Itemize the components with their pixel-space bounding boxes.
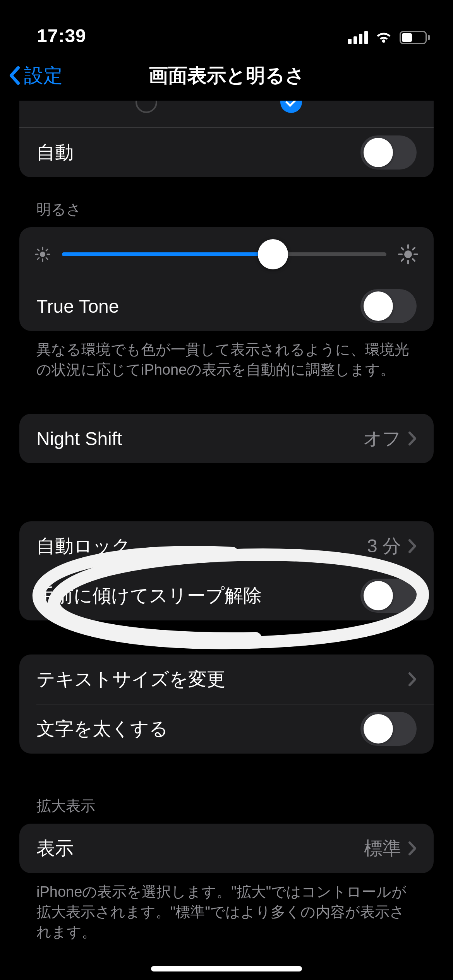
appearance-group: 自動	[19, 101, 434, 177]
bold-text-toggle[interactable]	[360, 712, 417, 746]
zoom-header: 拡大表示	[36, 796, 453, 816]
radio-light-icon	[136, 101, 157, 113]
svg-line-6	[46, 258, 48, 259]
brightness-header: 明るさ	[36, 200, 453, 219]
sun-small-icon	[35, 247, 50, 262]
truetone-toggle[interactable]	[360, 289, 417, 323]
battery-icon	[400, 31, 430, 44]
zoom-view-label: 表示	[36, 836, 364, 861]
truetone-footer: 異なる環境でも色が一貫して表示されるように、環境光の状況に応じてiPhoneの表…	[36, 339, 417, 380]
lock-group: 自動ロック 3 分 手前に傾けてスリープ解除	[19, 521, 434, 620]
svg-line-15	[413, 259, 415, 261]
cellular-icon	[348, 31, 368, 44]
chevron-left-icon	[8, 65, 22, 86]
appearance-auto-toggle[interactable]	[360, 135, 417, 170]
raise-to-wake-label: 手前に傾けてスリープ解除	[36, 583, 360, 608]
svg-line-5	[38, 249, 39, 251]
raise-to-wake-row: 手前に傾けてスリープ解除	[19, 571, 434, 620]
zoom-view-value: 標準	[364, 836, 401, 861]
svg-line-14	[402, 248, 403, 250]
wifi-icon	[375, 31, 393, 44]
status-time: 17:39	[37, 25, 86, 46]
home-indicator[interactable]	[151, 966, 302, 971]
radio-dark-selected-icon	[280, 101, 302, 113]
brightness-slider[interactable]	[62, 252, 386, 256]
svg-point-9	[404, 250, 412, 258]
text-group: テキストサイズを変更 文字を太くする	[19, 654, 434, 754]
svg-line-16	[413, 248, 415, 250]
svg-line-8	[38, 258, 39, 259]
slider-thumb-icon	[258, 239, 288, 269]
svg-point-0	[40, 252, 45, 257]
bold-text-row: 文字を太くする	[19, 704, 434, 754]
nightshift-group: Night Shift オフ	[19, 414, 434, 463]
truetone-label: True Tone	[36, 296, 360, 317]
status-bar: 17:39	[0, 0, 453, 50]
chevron-right-icon	[408, 672, 417, 687]
text-size-row[interactable]: テキストサイズを変更	[19, 654, 434, 704]
status-right	[348, 31, 430, 46]
chevron-right-icon	[408, 431, 417, 446]
raise-to-wake-toggle[interactable]	[360, 579, 417, 613]
appearance-auto-row: 自動	[19, 128, 434, 177]
zoom-group: 表示 標準	[19, 824, 434, 873]
nav-header: 設定 画面表示と明るさ	[0, 50, 453, 101]
brightness-slider-row	[19, 227, 434, 281]
bold-text-label: 文字を太くする	[36, 716, 360, 741]
chevron-right-icon	[408, 539, 417, 553]
back-button[interactable]: 設定	[8, 50, 63, 101]
zoom-footer: iPhoneの表示を選択します。"拡大"ではコントロールが拡大表示されます。"標…	[36, 882, 417, 942]
nightshift-row[interactable]: Night Shift オフ	[19, 414, 434, 463]
autolock-row[interactable]: 自動ロック 3 分	[19, 521, 434, 571]
appearance-radio-row[interactable]	[19, 101, 434, 128]
zoom-view-row[interactable]: 表示 標準	[19, 824, 434, 873]
appearance-auto-label: 自動	[36, 140, 360, 165]
back-label: 設定	[24, 63, 63, 89]
sun-large-icon	[398, 244, 418, 264]
nightshift-value: オフ	[363, 426, 401, 451]
svg-line-17	[402, 259, 403, 261]
autolock-label: 自動ロック	[36, 534, 367, 559]
truetone-row: True Tone	[19, 281, 434, 331]
svg-line-7	[46, 249, 48, 251]
chevron-right-icon	[408, 841, 417, 856]
page-title: 画面表示と明るさ	[149, 63, 305, 89]
brightness-group: True Tone	[19, 227, 434, 331]
text-size-label: テキストサイズを変更	[36, 667, 408, 692]
nightshift-label: Night Shift	[36, 428, 363, 449]
autolock-value: 3 分	[367, 534, 401, 559]
